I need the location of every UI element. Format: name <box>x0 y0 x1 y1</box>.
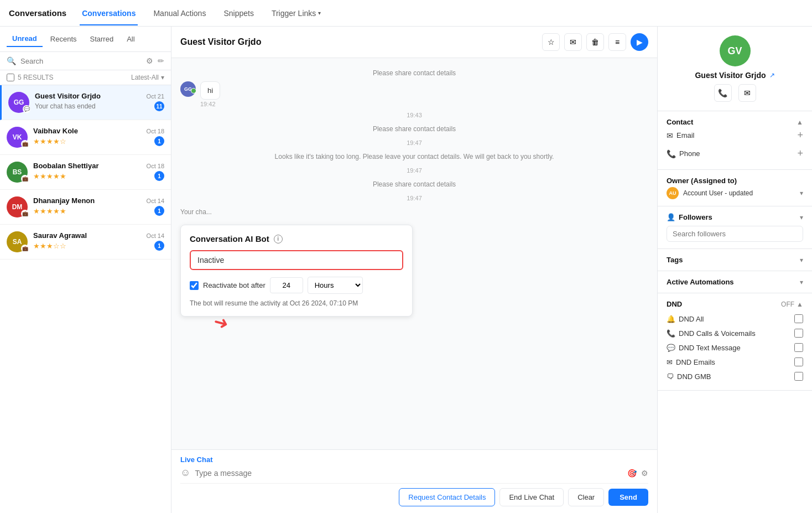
attachment-icon[interactable]: 🎯 <box>627 469 637 478</box>
contact-header: GV Guest Visitor Grjdo ↗ 📞 ✉ <box>658 27 812 111</box>
star-button[interactable]: ☆ <box>542 33 560 51</box>
filter-button[interactable]: ≡ <box>608 33 626 51</box>
owner-name: Account User - updated <box>683 189 795 197</box>
tags-header[interactable]: Tags ▾ <box>667 256 803 264</box>
owner-section-title: Owner (Assigned to) <box>667 177 803 185</box>
message-input[interactable] <box>195 469 623 478</box>
chat-header: Guest Visitor Grjdo ☆ ✉ 🗑 ≡ ▶ <box>171 27 657 58</box>
reactivate-checkbox[interactable] <box>190 281 199 290</box>
contact-section-header[interactable]: Contact ▲ <box>667 118 803 126</box>
conv-stars: ★★★★★ <box>33 207 66 215</box>
compose-icon[interactable]: ✏ <box>158 56 164 65</box>
end-live-chat-button[interactable]: End Live Chat <box>499 488 564 506</box>
tab-recents[interactable]: Recents <box>45 32 82 46</box>
followers-search-input[interactable] <box>667 226 803 242</box>
info-icon[interactable]: i <box>274 235 283 243</box>
conv-date: Oct 14 <box>147 198 164 204</box>
followers-section: 👤 Followers ▾ <box>658 206 812 249</box>
list-item[interactable]: GG 💬 Guest Visitor Grjdo Oct 21 Your cha… <box>0 85 171 120</box>
nav-trigger-links[interactable]: Trigger Links ▾ <box>269 7 323 20</box>
sidebar: Unread Recents Starred All 🔍 ⚙ ✏ 5 RESUL… <box>0 27 171 513</box>
msg-time: 19:42 <box>200 101 220 107</box>
list-item[interactable]: SA 💼 Saurav Agrawal Oct 14 ★★★☆☆ 1 <box>0 225 171 260</box>
followers-chevron-icon: ▾ <box>800 214 803 221</box>
dnd-calls-checkbox[interactable] <box>794 329 803 338</box>
followers-header[interactable]: 👤 Followers ▾ <box>667 213 803 221</box>
msg-avatar: GG <box>180 81 196 97</box>
dnd-gmb-checkbox[interactable] <box>794 372 803 381</box>
sort-dropdown[interactable]: Latest-All ▾ <box>131 74 164 81</box>
tab-all[interactable]: All <box>121 32 140 46</box>
hours-input[interactable] <box>270 277 303 293</box>
email-action-button[interactable]: ✉ <box>738 84 756 102</box>
ai-status-select[interactable]: Inactive Active <box>190 250 403 270</box>
dnd-item: 🔔 DND All <box>667 312 803 326</box>
clear-button[interactable]: Clear <box>568 488 604 506</box>
ai-bot-note: The bot will resume the activity at Oct … <box>190 299 403 307</box>
search-icon: 🔍 <box>7 56 16 65</box>
tab-unread[interactable]: Unread <box>7 31 43 47</box>
chat-messages: Please share contact details GG hi 19:42… <box>171 58 657 449</box>
conv-stars: ★★★☆☆ <box>33 242 66 250</box>
msg-row: GG hi 19:42 <box>180 81 648 107</box>
system-message: Please share contact details <box>180 67 648 79</box>
automations-title: Active Automations <box>667 278 734 286</box>
tab-starred[interactable]: Starred <box>85 32 119 46</box>
tags-section: Tags ▾ <box>658 249 812 271</box>
chat-area: Guest Visitor Grjdo ☆ ✉ 🗑 ≡ ▶ Please sha… <box>171 27 657 513</box>
brand-title: Conversations <box>9 8 66 18</box>
dnd-chevron-icon[interactable]: ▲ <box>797 300 803 308</box>
conv-stars: ★★★★★ <box>33 172 66 180</box>
select-all-checkbox[interactable] <box>7 74 14 81</box>
conv-date: Oct 18 <box>147 128 164 134</box>
add-email-button[interactable]: + <box>797 129 803 141</box>
delete-button[interactable]: 🗑 <box>586 33 604 51</box>
person-icon: 👤 <box>667 213 675 221</box>
bell-icon: 🔔 <box>667 315 675 323</box>
dnd-calls-label: 📞 DND Calls & Voicemails <box>667 329 756 338</box>
dnd-emails-checkbox[interactable] <box>794 357 803 366</box>
conv-date: Oct 21 <box>147 93 164 100</box>
add-phone-button[interactable]: + <box>797 148 803 159</box>
emoji-icon[interactable]: ☺ <box>180 467 190 479</box>
conv-badge: 1 <box>154 171 164 181</box>
nav-conversations[interactable]: Conversations <box>80 1 138 25</box>
list-item[interactable]: BS 💼 Boobalan Shettiyar Oct 18 ★★★★★ 1 <box>0 155 171 190</box>
conv-name: Vaibhav Kole <box>33 127 78 135</box>
dnd-all-checkbox[interactable] <box>794 314 803 323</box>
list-item[interactable]: DM 💼 Dhananjay Menon Oct 14 ★★★★★ 1 <box>0 190 171 225</box>
tags-chevron-icon: ▾ <box>800 256 803 264</box>
dnd-text-checkbox[interactable] <box>794 343 803 352</box>
hours-unit-select[interactable]: Hours Minutes Days <box>308 277 363 294</box>
chat-title: Guest Visitor Grjdo <box>180 37 535 47</box>
conv-badge: 1 <box>154 206 164 216</box>
nav-snippets[interactable]: Snippets <box>221 7 256 20</box>
expand-button[interactable]: ▶ <box>631 33 648 51</box>
sidebar-search-bar: 🔍 ⚙ ✏ <box>0 52 171 70</box>
settings-icon[interactable]: ⚙ <box>641 469 648 478</box>
nav-manual-actions[interactable]: Manual Actions <box>151 7 208 20</box>
phone-action-button[interactable]: 📞 <box>714 84 732 102</box>
system-message: Please share contact details <box>180 123 648 135</box>
list-item[interactable]: VK 💼 Vaibhav Kole Oct 18 ★★★★☆ 1 <box>0 120 171 155</box>
chat-input-area: Live Chat ☺ 🎯 ⚙ Request Contact Details … <box>171 449 657 513</box>
conv-name: Guest Visitor Grjdo <box>35 92 101 100</box>
conv-date: Oct 14 <box>147 232 164 239</box>
owner-chevron-icon[interactable]: ▾ <box>800 189 803 197</box>
send-button[interactable]: Send <box>608 489 648 506</box>
filter-icon[interactable]: ⚙ <box>146 56 153 65</box>
dnd-text-label: 💬 DND Text Message <box>667 344 741 352</box>
system-time: 19:47 <box>180 167 648 174</box>
conv-preview: Your chat has ended <box>35 102 96 110</box>
dnd-status: OFF <box>781 300 794 308</box>
external-link-icon[interactable]: ↗ <box>769 71 775 79</box>
right-panel: GV Guest Visitor Grjdo ↗ 📞 ✉ Contact ▲ ✉… <box>657 27 812 513</box>
search-input[interactable] <box>20 57 142 65</box>
request-contact-button[interactable]: Request Contact Details <box>399 488 495 506</box>
chat-icon: 🗨 <box>667 372 674 381</box>
phone-icon: 📞 <box>667 329 675 338</box>
automations-header[interactable]: Active Automations ▾ <box>667 278 803 286</box>
dnd-item: 📞 DND Calls & Voicemails <box>667 326 803 340</box>
email-button[interactable]: ✉ <box>564 33 582 51</box>
automations-chevron-icon: ▾ <box>800 278 803 286</box>
